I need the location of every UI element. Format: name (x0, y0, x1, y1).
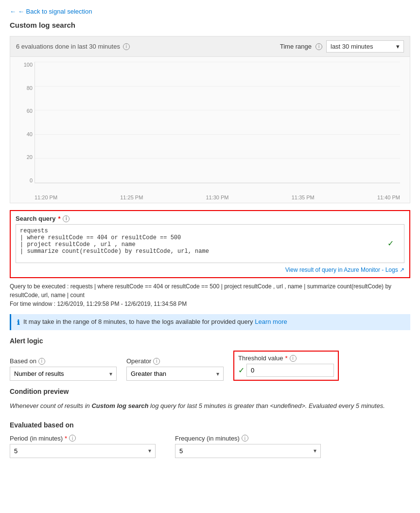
alert-logic-heading: Alert logic (10, 337, 410, 345)
based-on-select[interactable]: Number of results (10, 367, 116, 380)
chart-plot (35, 62, 400, 183)
frequency-group: Frequency (in minutes) i 5 10 15 30 (175, 435, 321, 458)
alert-logic-section: Alert logic Based on i Number of results… (10, 337, 410, 381)
time-range-value: last 30 minutes (331, 43, 373, 50)
search-query-required: * (58, 215, 60, 222)
threshold-input[interactable] (246, 364, 334, 377)
eval-row: Period (in minutes) * i 5 10 15 30 Frequ… (10, 435, 410, 458)
info-banner: ℹ It may take in the range of 8 minutes,… (10, 314, 410, 330)
frequency-dropdown[interactable]: 5 10 15 30 (175, 444, 321, 458)
threshold-info-icon[interactable]: i (290, 355, 297, 362)
threshold-label: Threshold value * i (238, 354, 334, 362)
back-arrow: ← (10, 8, 16, 15)
query-check-icon: ✓ (387, 239, 394, 248)
condition-bold: Custom log search (91, 402, 148, 409)
evaluations-info-icon[interactable]: i (123, 43, 130, 50)
threshold-group: Threshold value * i ✓ (233, 351, 339, 381)
query-scroll-wrapper: requests | where resultCode == 404 or re… (16, 224, 404, 265)
chart-header: 6 evaluations done in last 30 minutes i … (10, 36, 410, 57)
search-query-input[interactable]: requests | where resultCode == 404 or re… (16, 224, 404, 263)
frequency-select[interactable]: 5 10 15 30 (175, 444, 320, 458)
based-on-dropdown[interactable]: Number of results (10, 367, 117, 381)
operator-select[interactable]: Greater than (127, 367, 223, 380)
operator-label: Operator i (126, 357, 224, 365)
info-banner-text: It may take in the range of 8 minutes, t… (23, 318, 287, 325)
x-axis: 11:20 PM 11:25 PM 11:30 PM 11:35 PM 11:4… (35, 195, 400, 200)
gridline (35, 86, 400, 87)
time-range-label: Time range (280, 43, 312, 50)
search-query-text: Search query (16, 215, 55, 222)
evaluations-label: 6 evaluations done in last 30 minutes (16, 43, 120, 50)
chart-time-range: Time range i last 30 minutes ▾ (280, 40, 404, 53)
view-result-link[interactable]: View result of query in Azure Monitor - … (16, 266, 404, 273)
evaluated-section: Evaluated based on Period (in minutes) *… (10, 421, 410, 458)
condition-preview-section: Condition preview Whenever count of resu… (10, 388, 410, 411)
threshold-required: * (285, 354, 288, 362)
gridline (35, 110, 400, 110)
search-query-info-icon[interactable]: i (63, 215, 70, 222)
chart-evaluations: 6 evaluations done in last 30 minutes i (16, 43, 130, 50)
condition-preview-text: Whenever count of results in Custom log … (10, 401, 410, 411)
gridline (35, 182, 400, 183)
time-range-info-icon[interactable]: i (315, 43, 322, 50)
period-group: Period (in minutes) * i 5 10 15 30 (10, 435, 156, 458)
period-info-icon[interactable]: i (69, 435, 76, 442)
y-axis: 100 80 60 40 20 0 (15, 62, 33, 183)
y-0: 0 (30, 177, 33, 183)
y-20: 20 (27, 154, 33, 160)
info-banner-icon: ℹ (17, 318, 19, 326)
x-label-5: 11:40 PM (377, 195, 400, 200)
time-range-chevron: ▾ (396, 43, 400, 50)
x-label-3: 11:30 PM (206, 195, 228, 200)
y-40: 40 (27, 131, 33, 137)
time-window-label: For time window : (10, 301, 55, 307)
based-on-group: Based on i Number of results (10, 357, 117, 381)
y-80: 80 (27, 85, 33, 91)
x-label-1: 11:20 PM (35, 195, 57, 200)
page-title: Custom log search (10, 21, 410, 29)
gridline (35, 62, 400, 62)
search-query-section: Search query * i requests | where result… (10, 210, 410, 278)
frequency-info-icon[interactable]: i (242, 435, 248, 442)
y-100: 100 (24, 62, 33, 68)
x-label-2: 11:25 PM (120, 195, 143, 200)
learn-more-link[interactable]: Learn more (255, 318, 287, 325)
period-dropdown[interactable]: 5 10 15 30 (10, 444, 156, 458)
period-select[interactable]: 5 10 15 30 (10, 444, 155, 458)
back-link-text: ← Back to signal selection (18, 8, 92, 15)
time-window-text: 12/6/2019, 11:29:58 PM - 12/6/2019, 11:3… (57, 301, 187, 307)
threshold-check-icon: ✓ (238, 366, 245, 375)
period-required: * (65, 435, 67, 442)
period-label: Period (in minutes) * i (10, 435, 156, 442)
chart-section: 6 evaluations done in last 30 minutes i … (10, 36, 410, 203)
time-range-dropdown[interactable]: last 30 minutes ▾ (326, 40, 404, 53)
query-executed: Query to be executed : requests | where … (10, 282, 410, 308)
gridline (35, 158, 400, 159)
back-link[interactable]: ← ← Back to signal selection (10, 8, 92, 15)
evaluated-heading: Evaluated based on (10, 421, 410, 429)
gridline (35, 134, 400, 135)
chart-area: 100 80 60 40 20 0 11:20 PM 11:25 (10, 57, 410, 203)
alert-logic-row: Based on i Number of results Operator i (10, 351, 410, 381)
based-on-info-icon[interactable]: i (38, 358, 45, 365)
query-executed-label: Query to be executed : (10, 283, 69, 290)
y-60: 60 (27, 108, 33, 114)
operator-dropdown[interactable]: Greater than (126, 367, 224, 381)
condition-preview-heading: Condition preview (10, 388, 410, 395)
operator-group: Operator i Greater than (126, 357, 224, 381)
frequency-label: Frequency (in minutes) i (175, 435, 321, 442)
based-on-label: Based on i (10, 357, 117, 365)
operator-info-icon[interactable]: i (153, 358, 160, 365)
x-label-4: 11:35 PM (292, 195, 315, 200)
search-query-label: Search query * i (16, 215, 404, 222)
chart-gridlines (35, 62, 400, 183)
